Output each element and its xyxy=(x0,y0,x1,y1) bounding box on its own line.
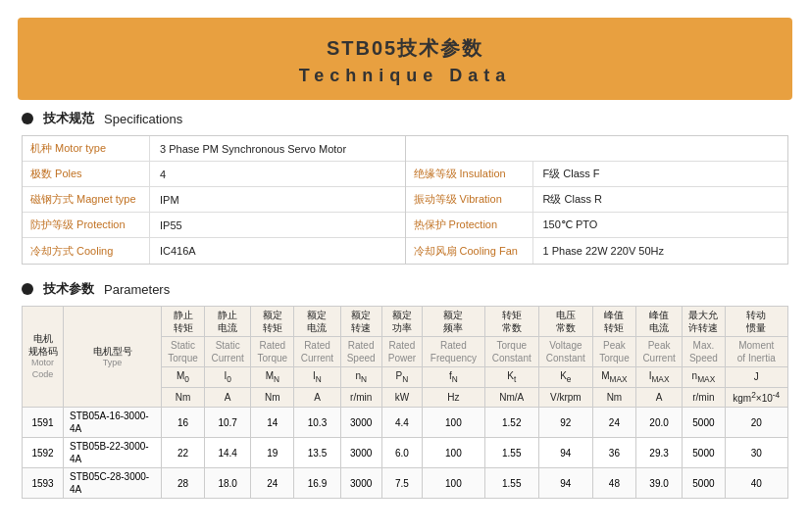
specs-label-protection: 防护等级 Protection xyxy=(23,213,150,237)
col-mmax-cn: 峰值转矩 xyxy=(592,307,635,337)
specs-label-motortype: 机种 Motor type xyxy=(23,136,150,161)
col-in-unit: A xyxy=(294,387,340,407)
cell-mmax: 36 xyxy=(592,438,635,468)
cell-pn: 4.4 xyxy=(381,408,422,438)
col-j-cn: 转动惯量 xyxy=(725,307,787,337)
specs-label-insulation: 绝缘等级 Insulation xyxy=(406,162,533,186)
specs-value-poles: 4 xyxy=(150,162,405,186)
col-mn-sub: MN xyxy=(251,367,294,388)
col-mn-en: RatedTorque xyxy=(251,337,294,367)
specs-value-empty xyxy=(406,136,788,161)
col-in-sub: IN xyxy=(294,367,340,388)
cell-pn: 7.5 xyxy=(381,468,422,499)
col-imax-cn: 峰值电流 xyxy=(635,307,682,337)
specs-value-motortype: 3 Phase PM Synchronous Servo Motor xyxy=(150,136,405,161)
col-pn-sub: PN xyxy=(381,367,422,388)
col-j-unit: kgm2×10-4 xyxy=(725,387,787,407)
cell-kt: 1.52 xyxy=(484,408,538,438)
cell-i0: 14.4 xyxy=(205,438,251,468)
cell-kt: 1.55 xyxy=(484,438,538,468)
cell-mmax: 24 xyxy=(592,408,635,438)
cell-imax: 39.0 xyxy=(635,468,682,499)
col-fn-cn: 额定频率 xyxy=(423,307,485,337)
params-section: 技术参数 Parameters 电机 规格码 Motor Code 电机型号 T… xyxy=(0,274,810,499)
cell-in: 10.3 xyxy=(294,408,340,438)
cell-mn: 24 xyxy=(251,468,294,499)
cell-mn: 19 xyxy=(251,438,294,468)
col-m0-cn: 静止转矩 xyxy=(162,307,205,337)
col-mn-unit: Nm xyxy=(251,387,294,407)
specs-section: 技术规范 Specifications 机种 Motor type 3 Phas… xyxy=(0,100,810,265)
col-i0-unit: A xyxy=(205,387,251,407)
specs-value-magnet: IPM xyxy=(150,187,405,212)
col-nmax-sub: nMAX xyxy=(683,367,725,388)
specs-value-cooling: IC416A xyxy=(150,238,405,264)
col-pn-en: RatedPower xyxy=(381,337,422,367)
col-nn-sub: nN xyxy=(340,367,381,388)
specs-row-empty xyxy=(406,136,788,162)
specs-value-thermal: 150℃ PTO xyxy=(533,213,788,237)
cell-ke: 92 xyxy=(538,408,592,438)
col-fn-unit: Hz xyxy=(423,387,485,407)
specs-label-magnet: 磁钢方式 Magnet type xyxy=(23,187,150,212)
cell-nmax: 5000 xyxy=(683,468,725,499)
specs-row-thermal: 热保护 Protection 150℃ PTO xyxy=(406,213,788,238)
cell-mmax: 48 xyxy=(592,468,635,499)
specs-label-fan: 冷却风扇 Cooling Fan xyxy=(406,238,533,264)
cell-fn: 100 xyxy=(423,468,485,499)
specs-left: 机种 Motor type 3 Phase PM Synchronous Ser… xyxy=(23,136,405,264)
col-m0-en: StaticTorque xyxy=(162,337,205,367)
col-kt-unit: Nm/A xyxy=(484,387,538,407)
params-bullet xyxy=(22,283,33,295)
specs-row-fan: 冷却风扇 Cooling Fan 1 Phase 22W 220V 50Hz xyxy=(406,238,788,264)
col-mmax-unit: Nm xyxy=(592,387,635,407)
cell-ke: 94 xyxy=(538,468,592,499)
cell-pn: 6.0 xyxy=(381,438,422,468)
col-imax-en: PeakCurrent xyxy=(635,337,682,367)
col-nn-unit: r/min xyxy=(340,387,381,407)
params-heading: 技术参数 Parameters xyxy=(22,280,788,298)
col-mmax-sub: MMAX xyxy=(592,367,635,388)
cell-m0: 16 xyxy=(162,408,205,438)
col-kt-sub: Kt xyxy=(484,367,538,388)
cell-i0: 18.0 xyxy=(205,468,251,499)
col-kt-en: TorqueConstant xyxy=(484,337,538,367)
specs-bullet xyxy=(22,113,33,124)
params-title-cn: 技术参数 xyxy=(43,280,94,298)
specs-value-vibration: R级 Class R xyxy=(533,187,788,212)
col-motortype-cn: 电机型号 Type xyxy=(64,307,162,408)
cell-nn: 3000 xyxy=(340,408,381,438)
specs-label-cooling: 冷却方式 Cooling xyxy=(23,238,150,264)
cell-i0: 10.7 xyxy=(205,408,251,438)
specs-value-fan: 1 Phase 22W 220V 50Hz xyxy=(533,238,788,264)
specs-title-cn: 技术规范 xyxy=(43,110,94,127)
col-m0-sub: M0 xyxy=(162,367,205,388)
cell-ke: 94 xyxy=(538,438,592,468)
header-banner: STB05技术参数 Technique Data xyxy=(18,18,792,100)
cell-j: 30 xyxy=(725,438,787,468)
col-mmax-en: PeakTorque xyxy=(592,337,635,367)
col-ke-sub: Ke xyxy=(538,367,592,388)
cell-type: STB05B-22-3000-4A xyxy=(64,438,162,468)
col-imax-sub: IMAX xyxy=(635,367,682,388)
col-pn-unit: kW xyxy=(381,387,422,407)
cell-imax: 20.0 xyxy=(635,408,682,438)
col-nn-en: RatedSpeed xyxy=(340,337,381,367)
col-m0-unit: Nm xyxy=(162,387,205,407)
header-title-cn: STB05技术参数 xyxy=(18,35,792,62)
col-j-sub: J xyxy=(725,367,787,388)
cell-mn: 14 xyxy=(251,408,294,438)
header-title-en: Technique Data xyxy=(18,66,792,86)
cell-code: 1591 xyxy=(23,408,64,438)
params-header-cn: 电机 规格码 Motor Code 电机型号 Type 静止转矩 静止电流 额定… xyxy=(23,307,788,337)
col-j-en: Momentof Inertia xyxy=(725,337,787,367)
col-i0-en: StaticCurrent xyxy=(205,337,251,367)
col-i0-cn: 静止电流 xyxy=(205,307,251,337)
cell-m0: 28 xyxy=(162,468,205,499)
specs-value-insulation: F级 Class F xyxy=(533,162,788,186)
specs-table: 机种 Motor type 3 Phase PM Synchronous Ser… xyxy=(22,135,788,265)
cell-imax: 29.3 xyxy=(635,438,682,468)
col-fn-sub: fN xyxy=(423,367,485,388)
col-i0-sub: I0 xyxy=(205,367,251,388)
cell-kt: 1.55 xyxy=(484,468,538,499)
